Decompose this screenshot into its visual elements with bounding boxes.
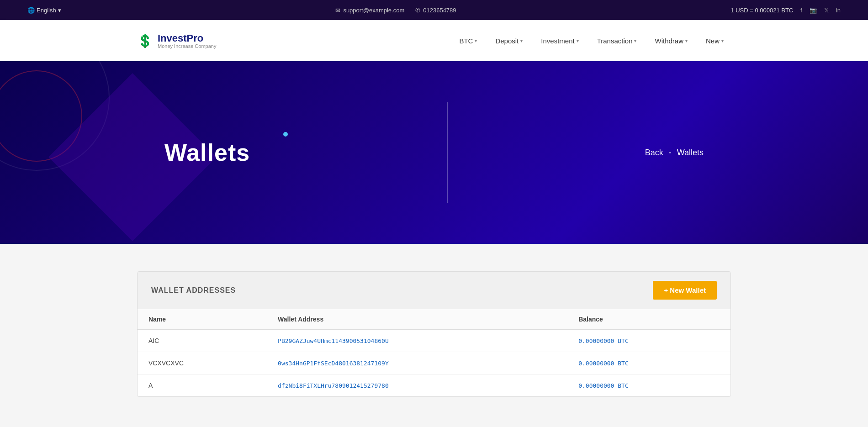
navigation: 💲 InvestPro Money Increase Company BTC ▾… bbox=[0, 20, 868, 61]
wallet-address: 0ws34HnGP1FfSEcD48016381247109Y bbox=[267, 352, 567, 374]
globe-icon: 🌐 bbox=[27, 7, 35, 14]
linkedin-icon[interactable]: in bbox=[836, 7, 841, 14]
email-address: support@example.com bbox=[343, 7, 404, 14]
hero-section: Wallets Back - Wallets bbox=[0, 61, 868, 244]
page-title: Wallets bbox=[164, 139, 250, 166]
hero-divider bbox=[447, 102, 448, 203]
wallet-addresses-title: WALLET ADDRESSES bbox=[151, 286, 236, 295]
deposit-chevron-icon: ▾ bbox=[520, 38, 523, 43]
btc-rate: 1 USD = 0.000021 BTC bbox=[730, 7, 793, 14]
nav-deposit-label: Deposit bbox=[495, 37, 519, 45]
wallet-balance: 0.00000000 BTC bbox=[567, 352, 730, 374]
language-label: English bbox=[37, 7, 56, 14]
phone-contact: ✆ 0123654789 bbox=[415, 7, 456, 14]
col-name-header: Name bbox=[138, 309, 267, 330]
main-content: WALLET ADDRESSES + New Wallet Name Walle… bbox=[0, 244, 868, 427]
breadcrumb-current: Wallets bbox=[677, 148, 704, 158]
nav-transaction[interactable]: Transaction ▾ bbox=[590, 33, 644, 48]
wallet-name: AIC bbox=[138, 330, 267, 352]
twitter-icon[interactable]: 𝕏 bbox=[824, 7, 829, 14]
btc-chevron-icon: ▾ bbox=[475, 38, 477, 43]
nav-new-label: New bbox=[706, 37, 720, 45]
table-row: AICPB29GAZJuw4UHmc114390053104860U0.0000… bbox=[138, 330, 730, 352]
nav-withdraw-label: Withdraw bbox=[655, 37, 683, 45]
withdraw-chevron-icon: ▾ bbox=[685, 38, 688, 43]
nav-btc-label: BTC bbox=[459, 37, 473, 45]
nav-menu: BTC ▾ Deposit ▾ Investment ▾ Transaction… bbox=[452, 33, 731, 48]
new-chevron-icon: ▾ bbox=[721, 38, 724, 43]
wallet-address: dfzNbi8FiTXLHru7809012415279780 bbox=[267, 374, 567, 397]
logo[interactable]: 💲 InvestPro Money Increase Company bbox=[137, 32, 216, 49]
wallet-balance: 0.00000000 BTC bbox=[567, 330, 730, 352]
wallet-name: VCXVCXVC bbox=[138, 352, 267, 374]
col-address-header: Wallet Address bbox=[267, 309, 567, 330]
wallet-card-header: WALLET ADDRESSES + New Wallet bbox=[138, 272, 730, 309]
logo-text: InvestPro bbox=[158, 32, 203, 44]
nav-withdraw[interactable]: Withdraw ▾ bbox=[647, 33, 695, 48]
table-row: AdfzNbi8FiTXLHru78090124152797800.000000… bbox=[138, 374, 730, 397]
breadcrumb-separator: - bbox=[669, 148, 672, 158]
table-row: VCXVCXVC0ws34HnGP1FfSEcD48016381247109Y0… bbox=[138, 352, 730, 374]
logo-icon: 💲 bbox=[137, 33, 153, 48]
wallet-balance: 0.00000000 BTC bbox=[567, 374, 730, 397]
chevron-down-icon: ▾ bbox=[58, 7, 61, 14]
nav-deposit[interactable]: Deposit ▾ bbox=[488, 33, 530, 48]
breadcrumb-back-link[interactable]: Back bbox=[645, 148, 663, 158]
col-balance-header: Balance bbox=[567, 309, 730, 330]
instagram-icon[interactable]: 📷 bbox=[810, 7, 817, 14]
phone-number: 0123654789 bbox=[423, 7, 456, 14]
table-header-row: Name Wallet Address Balance bbox=[138, 309, 730, 330]
nav-new[interactable]: New ▾ bbox=[699, 33, 731, 48]
investment-chevron-icon: ▾ bbox=[577, 38, 579, 43]
wallet-card: WALLET ADDRESSES + New Wallet Name Walle… bbox=[137, 271, 731, 397]
nav-investment-label: Investment bbox=[541, 37, 574, 45]
breadcrumb: Back - Wallets bbox=[645, 148, 704, 158]
email-contact: ✉ support@example.com bbox=[335, 7, 404, 14]
nav-investment[interactable]: Investment ▾ bbox=[534, 33, 586, 48]
nav-btc[interactable]: BTC ▾ bbox=[452, 33, 484, 48]
wallet-name: A bbox=[138, 374, 267, 397]
logo-subtitle: Money Increase Company bbox=[158, 43, 216, 49]
wallet-table: Name Wallet Address Balance AICPB29GAZJu… bbox=[138, 309, 730, 396]
transaction-chevron-icon: ▾ bbox=[634, 38, 636, 43]
email-icon: ✉ bbox=[335, 7, 340, 14]
top-bar: 🌐 English ▾ ✉ support@example.com ✆ 0123… bbox=[0, 0, 868, 20]
wallet-address: PB29GAZJuw4UHmc114390053104860U bbox=[267, 330, 567, 352]
phone-icon: ✆ bbox=[415, 7, 420, 14]
nav-transaction-label: Transaction bbox=[597, 37, 633, 45]
facebook-icon[interactable]: f bbox=[800, 7, 802, 14]
language-selector[interactable]: 🌐 English ▾ bbox=[27, 7, 61, 14]
new-wallet-button[interactable]: + New Wallet bbox=[653, 281, 717, 300]
